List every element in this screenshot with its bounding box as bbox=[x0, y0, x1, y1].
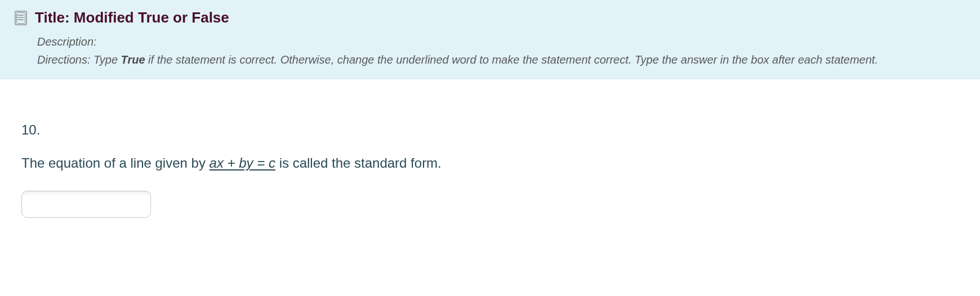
underlined-term: ax + by = c bbox=[210, 155, 275, 171]
description-block: Description: Directions: Type True if th… bbox=[37, 33, 966, 68]
svg-point-5 bbox=[17, 15, 18, 16]
svg-point-7 bbox=[17, 19, 18, 20]
directions-text: Directions: Type True if the statement i… bbox=[37, 51, 966, 68]
section-title: Title: Modified True or False bbox=[35, 9, 229, 26]
document-list-icon bbox=[14, 10, 29, 26]
question-area: 10. The equation of a line given by ax +… bbox=[0, 79, 980, 231]
svg-rect-1 bbox=[17, 12, 25, 23]
svg-point-6 bbox=[17, 17, 18, 18]
header-panel: Title: Modified True or False Descriptio… bbox=[0, 0, 980, 79]
title-row: Title: Modified True or False bbox=[14, 9, 966, 26]
description-label: Description: bbox=[37, 33, 966, 50]
question-number: 10. bbox=[21, 122, 959, 138]
answer-input[interactable] bbox=[21, 191, 151, 218]
question-statement: The equation of a line given by ax + by … bbox=[21, 154, 959, 173]
